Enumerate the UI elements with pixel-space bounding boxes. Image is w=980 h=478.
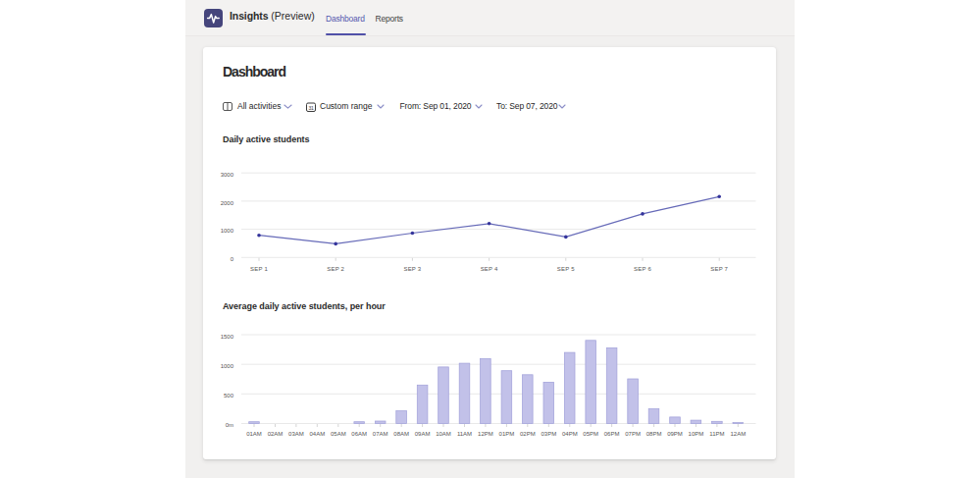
svg-text:04AM: 04AM [309, 431, 325, 437]
svg-text:07PM: 07PM [625, 431, 641, 437]
svg-text:0: 0 [231, 256, 234, 262]
svg-text:05AM: 05AM [331, 431, 346, 437]
svg-text:08AM: 08AM [393, 431, 409, 437]
svg-text:02PM: 02PM [520, 431, 536, 437]
svg-text:01PM: 01PM [499, 431, 515, 437]
svg-text:1000: 1000 [221, 363, 234, 369]
svg-text:09AM: 09AM [415, 431, 431, 437]
svg-text:06AM: 06AM [351, 431, 367, 437]
svg-text:01AM: 01AM [246, 431, 262, 437]
svg-text:10PM: 10PM [689, 431, 704, 437]
svg-text:10AM: 10AM [436, 431, 451, 437]
svg-text:03AM: 03AM [288, 431, 304, 437]
svg-text:07AM: 07AM [373, 431, 388, 437]
svg-text:11PM: 11PM [709, 431, 724, 437]
svg-text:1000: 1000 [221, 228, 234, 234]
svg-text:05PM: 05PM [583, 431, 598, 437]
svg-text:11AM: 11AM [457, 431, 472, 437]
svg-text:0m: 0m [226, 422, 233, 428]
svg-text:SEP 4: SEP 4 [481, 266, 498, 272]
svg-text:04PM: 04PM [562, 431, 578, 437]
svg-text:SEP 7: SEP 7 [710, 266, 728, 272]
svg-text:31: 31 [309, 105, 314, 111]
svg-text:08PM: 08PM [646, 431, 662, 437]
svg-text:3000: 3000 [221, 172, 234, 178]
svg-text:SEP 5: SEP 5 [557, 266, 575, 272]
svg-text:500: 500 [224, 393, 234, 398]
svg-text:SEP 1: SEP 1 [250, 266, 268, 272]
svg-text:SEP 2: SEP 2 [327, 266, 344, 272]
svg-text:06PM: 06PM [604, 431, 620, 437]
svg-text:12AM: 12AM [730, 431, 746, 437]
svg-text:09PM: 09PM [667, 431, 683, 437]
svg-text:1500: 1500 [221, 334, 234, 340]
svg-text:SEP 3: SEP 3 [403, 266, 421, 272]
svg-text:02AM: 02AM [268, 431, 284, 437]
svg-text:03PM: 03PM [541, 431, 556, 437]
svg-text:2000: 2000 [221, 200, 234, 206]
svg-text:12PM: 12PM [478, 431, 493, 437]
svg-text:SEP 6: SEP 6 [634, 266, 651, 272]
